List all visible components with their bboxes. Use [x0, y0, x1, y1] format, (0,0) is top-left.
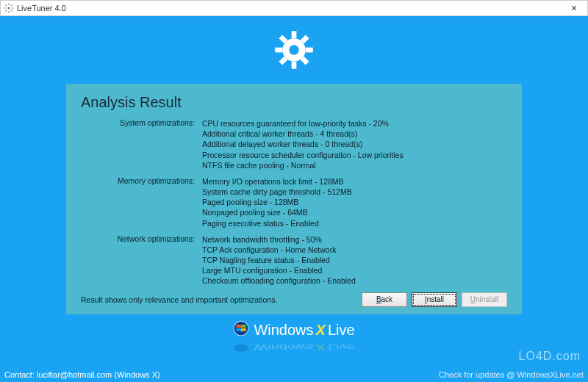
window-title: LiveTuner 4.0 [17, 4, 564, 12]
analysis-panel: Analysis Result System optimizations: CP… [66, 84, 522, 314]
result-line: Paged pooling size - 128MB [202, 197, 507, 207]
section-label: Network optimizations: [81, 234, 202, 286]
updates-text: Check for updates @ WindowsXLive.net [439, 370, 584, 379]
svg-line-8 [11, 4, 12, 6]
svg-line-5 [5, 4, 7, 6]
brand-live: Live [328, 322, 355, 339]
footer-note: Result shows only relevance and importan… [81, 295, 362, 304]
app-icon [4, 3, 14, 13]
result-line: Processor resource scheduler configurati… [202, 150, 507, 160]
back-button[interactable]: Back [362, 292, 407, 307]
panel-footer: Result shows only relevance and importan… [81, 292, 507, 307]
result-line: TCP Nagling feature status - Enabled [202, 255, 507, 265]
result-line: NTFS file cache pooling - Normal [202, 160, 507, 170]
result-line: Network bandwidth throttling - 50% [202, 234, 507, 245]
brand-logo: Windows X Live [233, 320, 354, 340]
result-line: Nonpaged pooling size - 64MB [202, 207, 507, 217]
titlebar: LiveTuner 4.0 × [0, 0, 588, 16]
svg-line-7 [5, 10, 7, 12]
svg-point-18 [289, 45, 298, 54]
result-line: Large MTU configuration - Enabled [202, 265, 507, 275]
result-line: Additional delayed worker threads - 0 th… [202, 139, 507, 149]
svg-rect-10 [292, 31, 297, 38]
install-button[interactable]: Install [412, 292, 457, 307]
brand-x: X [316, 322, 326, 339]
result-line: TCP Ack configuration - Home Network [202, 245, 507, 255]
svg-rect-11 [292, 62, 297, 69]
close-button[interactable]: × [564, 3, 584, 13]
button-row: Back Install Uninstall [362, 292, 507, 307]
section-memory: Memory optimizations: Memory I/O operati… [81, 176, 507, 228]
section-body: CPU resources guaranteed for low-priorit… [202, 118, 507, 170]
svg-point-19 [234, 321, 249, 336]
watermark: LO4D.com [519, 350, 581, 363]
result-line: System cache dirty page threshold - 512M… [202, 187, 507, 197]
client-area: Analysis Result System optimizations: CP… [0, 16, 588, 382]
result-line: Paging executive status - Enabled [202, 218, 507, 228]
section-label: Memory optimizations: [81, 176, 202, 228]
result-line: Checksum offloading configuration - Enab… [202, 275, 507, 286]
result-line: Memory I/O operations lock limit - 128MB [202, 176, 507, 187]
uninstall-button: Uninstall [462, 292, 507, 307]
svg-point-0 [7, 7, 10, 10]
brand-windows: Windows [254, 322, 313, 339]
contact-text: Contact: lucifiar@hotmail.com (Windows X… [4, 370, 160, 379]
section-label: System optimizations: [81, 118, 202, 170]
section-system: System optimizations: CPU resources guar… [81, 118, 507, 170]
result-line: Additional critical worker threads - 4 t… [202, 129, 507, 139]
windows-flag-icon [233, 320, 249, 340]
svg-rect-13 [306, 48, 313, 53]
result-line: CPU resources guaranteed for low-priorit… [202, 118, 507, 129]
svg-rect-12 [275, 48, 282, 53]
brand-reflection: Windows X Live [233, 342, 354, 352]
section-network: Network optimizations: Network bandwidth… [81, 234, 507, 286]
svg-line-6 [11, 10, 12, 12]
section-body: Memory I/O operations lock limit - 128MB… [202, 176, 507, 228]
section-body: Network bandwidth throttling - 50% TCP A… [202, 234, 507, 286]
panel-heading: Analysis Result [81, 94, 507, 111]
svg-point-20 [234, 344, 249, 351]
gear-icon [273, 29, 315, 73]
